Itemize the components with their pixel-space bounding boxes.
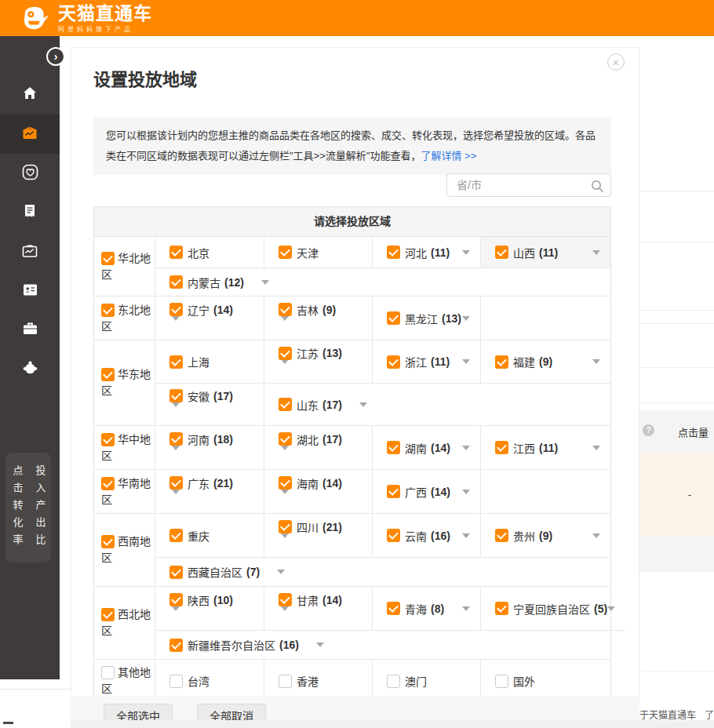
province-cell-江西[interactable]: 江西(11)	[480, 426, 610, 469]
checkbox-checked[interactable]	[169, 246, 183, 259]
checkbox-checked[interactable]	[495, 246, 508, 259]
province-cell-江苏[interactable]: 江苏(13)	[264, 340, 372, 383]
chevron-down-icon[interactable]	[281, 446, 289, 464]
chevron-down-icon[interactable]	[172, 316, 180, 334]
checkbox-checked[interactable]	[387, 441, 400, 454]
province-cell-北京[interactable]: 北京	[155, 237, 264, 268]
chevron-down-icon[interactable]	[172, 490, 180, 508]
chevron-down-icon[interactable]	[592, 533, 600, 538]
checkbox-checked[interactable]	[169, 432, 183, 446]
chevron-down-icon[interactable]	[277, 570, 285, 574]
chevron-down-icon[interactable]	[281, 490, 289, 508]
province-cell-青海[interactable]: 青海(8)	[372, 587, 480, 630]
region-cell[interactable]: 华东地区	[94, 340, 155, 425]
checkbox-unchecked[interactable]	[495, 675, 508, 688]
brand-logo[interactable]: 天猫直通车 阿里妈妈旗下产品	[20, 3, 152, 33]
province-cell-天津[interactable]: 天津	[264, 237, 372, 268]
province-cell-四川[interactable]: 四川(21)	[264, 514, 372, 557]
checkbox-checked[interactable]	[387, 355, 400, 369]
search-input[interactable]	[447, 174, 588, 196]
checkbox-checked[interactable]	[387, 485, 400, 498]
chevron-down-icon[interactable]	[172, 606, 180, 624]
sidebar-item-report-list-icon[interactable]	[0, 193, 60, 232]
province-cell-甘肃[interactable]: 甘肃(14)	[264, 587, 372, 630]
province-cell-西藏自治区[interactable]: 西藏自治区(7)	[155, 558, 610, 586]
province-cell-陕西[interactable]: 陕西(10)	[155, 587, 264, 630]
province-cell-广东[interactable]: 广东(21)	[155, 470, 264, 513]
chevron-down-icon[interactable]	[462, 490, 470, 494]
chevron-down-icon[interactable]	[316, 642, 324, 647]
province-cell-河南[interactable]: 河南(18)	[155, 426, 264, 469]
checkbox-checked[interactable]	[279, 246, 292, 259]
checkbox-unchecked[interactable]	[101, 666, 115, 679]
checkbox-checked[interactable]	[101, 608, 115, 621]
province-cell-黑龙江[interactable]: 黑龙江(13)	[372, 297, 480, 340]
province-cell-河北[interactable]: 河北(11)	[372, 237, 480, 268]
chevron-down-icon[interactable]	[281, 533, 289, 551]
checkbox-checked[interactable]	[495, 602, 508, 615]
province-cell-海南[interactable]: 海南(14)	[264, 470, 372, 513]
chevron-down-icon[interactable]	[261, 280, 269, 285]
checkbox-checked[interactable]	[279, 303, 292, 316]
chevron-down-icon[interactable]	[462, 606, 470, 611]
checkbox-checked[interactable]	[169, 639, 183, 652]
learn-more-link[interactable]: 了解详情 >>	[421, 150, 476, 162]
checkbox-checked[interactable]	[169, 476, 183, 490]
sidebar-item-home-icon[interactable]	[0, 75, 60, 115]
chevron-down-icon[interactable]	[462, 316, 470, 321]
checkbox-checked[interactable]	[387, 311, 400, 325]
province-cell-山西[interactable]: 山西(11)	[480, 237, 610, 268]
province-cell-宁夏回族自治区[interactable]: 宁夏回族自治区(5)	[480, 587, 625, 630]
chevron-down-icon[interactable]	[462, 250, 470, 255]
checkbox-checked[interactable]	[169, 529, 183, 542]
province-cell-湖北[interactable]: 湖北(17)	[264, 426, 372, 469]
chevron-down-icon[interactable]	[359, 402, 367, 407]
province-cell-辽宁[interactable]: 辽宁(14)	[155, 297, 264, 340]
sidebar-item-member-icon[interactable]	[0, 350, 60, 389]
province-cell-山东[interactable]: 山东(17)	[264, 384, 610, 425]
region-cell[interactable]: 华中地区	[94, 426, 155, 469]
checkbox-checked[interactable]	[495, 355, 508, 369]
close-icon[interactable]: ×	[607, 53, 625, 71]
chevron-down-icon[interactable]	[592, 359, 600, 364]
region-cell[interactable]: 东北地区	[94, 297, 155, 340]
checkbox-checked[interactable]	[169, 355, 183, 369]
province-cell-新疆维吾尔自治区[interactable]: 新疆维吾尔自治区(16)	[155, 631, 625, 659]
chevron-down-icon[interactable]	[462, 359, 470, 364]
chevron-down-icon[interactable]	[592, 446, 600, 450]
sidebar-item-store-chart-icon[interactable]	[0, 232, 60, 271]
sidebar-item-favorite-heart-icon[interactable]	[0, 154, 60, 193]
region-cell[interactable]: 华南地区	[94, 470, 155, 513]
checkbox-checked[interactable]	[279, 432, 292, 446]
province-cell-吉林[interactable]: 吉林(9)	[264, 297, 372, 340]
checkbox-checked[interactable]	[387, 529, 400, 542]
chevron-down-icon[interactable]	[281, 606, 289, 624]
chevron-down-icon[interactable]	[172, 402, 180, 420]
checkbox-checked[interactable]	[169, 275, 183, 289]
checkbox-unchecked[interactable]	[387, 675, 400, 688]
province-cell-广西[interactable]: 广西(14)	[372, 470, 480, 513]
chevron-down-icon[interactable]	[281, 316, 289, 334]
province-cell-福建[interactable]: 福建(9)	[480, 340, 610, 383]
checkbox-checked[interactable]	[101, 433, 115, 446]
checkbox-checked[interactable]	[279, 520, 292, 533]
checkbox-checked[interactable]	[279, 593, 292, 606]
region-cell[interactable]: 华北地区	[94, 237, 155, 296]
checkbox-checked[interactable]	[495, 441, 508, 454]
province-cell-贵州[interactable]: 贵州(9)	[480, 514, 610, 557]
sidebar-item-campaign-chart-icon[interactable]	[0, 115, 60, 154]
province-cell-云南[interactable]: 云南(16)	[372, 514, 480, 557]
checkbox-checked[interactable]	[101, 368, 115, 381]
sidebar-expand-icon[interactable]: ›	[46, 47, 65, 66]
province-cell-上海[interactable]: 上海	[155, 340, 264, 383]
checkbox-checked[interactable]	[169, 303, 183, 316]
search-icon[interactable]	[590, 179, 604, 196]
checkbox-checked[interactable]	[101, 477, 115, 490]
chevron-down-icon[interactable]	[281, 359, 289, 377]
checkbox-checked[interactable]	[101, 304, 115, 317]
province-cell-安徽[interactable]: 安徽(17)	[155, 384, 264, 425]
checkbox-checked[interactable]	[101, 252, 115, 265]
region-cell[interactable]: 西南地区	[94, 514, 155, 586]
chevron-down-icon[interactable]	[592, 250, 600, 255]
checkbox-unchecked[interactable]	[169, 675, 183, 688]
